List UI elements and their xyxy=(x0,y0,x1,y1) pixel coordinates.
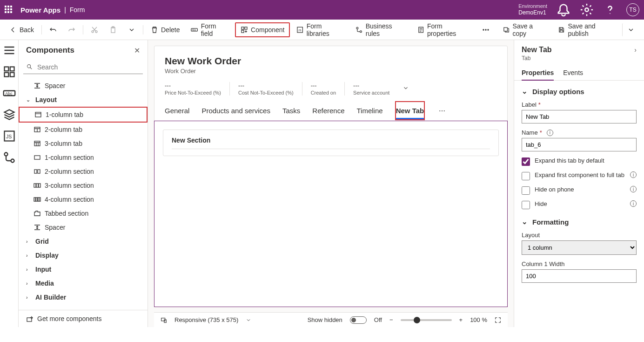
form-properties-button[interactable]: Form properties xyxy=(413,20,476,40)
left-rail: Abc JS xyxy=(0,40,19,327)
chevron-right-icon: › xyxy=(26,267,32,272)
tree-group-grid[interactable]: ›Grid xyxy=(19,234,148,248)
tab-new[interactable]: New Tab xyxy=(396,102,424,119)
env-label: Environment xyxy=(518,3,547,9)
tree-item-4col-section[interactable]: 4-column section xyxy=(19,192,148,206)
rail-rules[interactable] xyxy=(3,151,16,164)
layout-select[interactable]: 1 column xyxy=(522,240,637,255)
header-field[interactable]: ---Price Not-To-Exceed (%) xyxy=(165,82,229,96)
tree-group-aibuilder[interactable]: ›AI Builder xyxy=(19,290,148,304)
show-hidden-toggle[interactable] xyxy=(350,316,367,324)
fit-icon[interactable] xyxy=(495,317,501,323)
svg-rect-8 xyxy=(242,27,244,29)
close-panel-button[interactable]: ✕ xyxy=(134,46,140,55)
business-rules-button[interactable]: Business rules xyxy=(351,20,410,40)
tree-group-input[interactable]: ›Input xyxy=(19,262,148,276)
delete-button[interactable]: Delete xyxy=(146,23,184,36)
paste-options-button[interactable] xyxy=(123,23,140,36)
env-name: DemoEnv1 xyxy=(518,9,547,16)
js-icon: JS xyxy=(3,130,16,143)
hide-phone-checkbox[interactable]: Hide on phonei xyxy=(522,186,637,195)
save-options-button[interactable] xyxy=(622,23,639,36)
section-formatting[interactable]: ⌄Formatting xyxy=(522,218,637,226)
label-input[interactable] xyxy=(522,110,637,123)
props-tab-properties[interactable]: Properties xyxy=(522,65,554,80)
tree-group-media[interactable]: ›Media xyxy=(19,276,148,290)
svg-point-14 xyxy=(360,30,362,32)
name-input[interactable] xyxy=(522,138,637,151)
section-display-options[interactable]: ⌄Display options xyxy=(522,87,637,96)
header-expand-button[interactable] xyxy=(402,85,409,93)
rail-components[interactable] xyxy=(3,65,16,78)
tabs-overflow-button[interactable]: ⋯ xyxy=(437,103,447,119)
settings-button[interactable] xyxy=(580,3,594,17)
expand-first-checkbox[interactable]: Expand first component to full tabi xyxy=(522,171,637,180)
form-field-button[interactable]: AbcForm field xyxy=(186,20,233,40)
2col-tab-icon xyxy=(34,126,41,133)
save-icon xyxy=(558,26,565,34)
label-field-label: Label * xyxy=(522,101,637,108)
zoom-slider[interactable] xyxy=(401,319,452,321)
header-field[interactable]: ---Created on xyxy=(302,82,344,96)
tree-item-spacer[interactable]: Spacer xyxy=(19,79,148,93)
tab-reference[interactable]: Reference xyxy=(312,102,344,119)
undo-button[interactable] xyxy=(45,23,61,36)
svg-rect-10 xyxy=(242,30,244,33)
svg-rect-35 xyxy=(34,170,37,173)
zoom-out-button[interactable]: − xyxy=(389,316,393,323)
hide-checkbox[interactable]: Hidei xyxy=(522,200,637,209)
header-field[interactable]: ---Service account xyxy=(344,82,398,96)
user-avatar[interactable]: TS xyxy=(626,3,639,16)
rail-hamburger[interactable] xyxy=(3,44,16,57)
tree-group-layout[interactable]: ⌄Layout xyxy=(19,93,148,107)
redo-button[interactable] xyxy=(63,23,80,36)
cut-button[interactable] xyxy=(86,23,103,36)
info-icon[interactable]: i xyxy=(547,130,553,136)
responsive-label[interactable]: Responsive (735 x 575) xyxy=(174,316,238,323)
props-tab-events[interactable]: Events xyxy=(563,65,583,80)
svg-rect-44 xyxy=(27,318,32,321)
props-expand-button[interactable]: › xyxy=(634,46,637,54)
info-icon[interactable]: i xyxy=(630,171,637,178)
save-publish-button[interactable]: Save and publish xyxy=(553,20,620,40)
tree-item-3col-tab[interactable]: 3-column tab xyxy=(19,137,148,150)
tree-item-2col-tab[interactable]: 2-column tab xyxy=(19,123,148,137)
tab-general[interactable]: General xyxy=(165,102,189,119)
tree-item-tabbed-section[interactable]: Tabbed section xyxy=(19,206,148,220)
component-search-input[interactable] xyxy=(23,61,143,74)
expand-default-checkbox[interactable]: Expand this tab by default xyxy=(522,157,637,166)
tree-item-spacer2[interactable]: Spacer xyxy=(19,220,148,234)
rail-field[interactable]: Abc xyxy=(3,87,16,100)
tab-products[interactable]: Products and services xyxy=(201,102,270,119)
paste-button[interactable] xyxy=(105,23,121,36)
component-button[interactable]: Component xyxy=(235,22,290,37)
more-commands-button[interactable] xyxy=(477,23,494,36)
header-field[interactable]: ---Cost Not-To-Exceed (%) xyxy=(229,82,302,96)
tree-item-1col-section[interactable]: 1-column section xyxy=(19,150,148,164)
chevron-right-icon: › xyxy=(26,280,32,286)
svg-text:Abc: Abc xyxy=(5,91,13,96)
tab-tasks[interactable]: Tasks xyxy=(282,102,300,119)
back-button[interactable]: Back xyxy=(5,23,39,36)
zoom-in-button[interactable]: + xyxy=(459,316,463,323)
get-more-components-button[interactable]: Get more components xyxy=(19,310,148,327)
app-launcher-icon[interactable] xyxy=(5,6,13,14)
tab-content[interactable]: New Section xyxy=(154,121,508,307)
svg-rect-38 xyxy=(36,184,38,187)
environment-picker[interactable]: Environment DemoEnv1 xyxy=(515,3,547,16)
rail-layers[interactable] xyxy=(3,108,16,121)
info-icon[interactable]: i xyxy=(630,186,637,192)
tree-item-1col-tab[interactable]: 1-column tab xyxy=(19,107,148,123)
tab-timeline[interactable]: Timeline xyxy=(357,102,383,119)
notifications-button[interactable] xyxy=(557,3,570,17)
help-button[interactable] xyxy=(603,3,617,17)
rail-js[interactable]: JS xyxy=(3,130,16,143)
tree-item-3col-section[interactable]: 3-column section xyxy=(19,178,148,192)
form-section[interactable]: New Section xyxy=(163,130,499,156)
tree-group-display[interactable]: ›Display xyxy=(19,248,148,262)
info-icon[interactable]: i xyxy=(630,200,637,207)
form-libraries-button[interactable]: JSForm libraries xyxy=(292,20,349,40)
tree-item-2col-section[interactable]: 2-column section xyxy=(19,164,148,178)
save-copy-button[interactable]: Save a copy xyxy=(498,20,551,40)
col-width-input[interactable] xyxy=(522,269,637,283)
